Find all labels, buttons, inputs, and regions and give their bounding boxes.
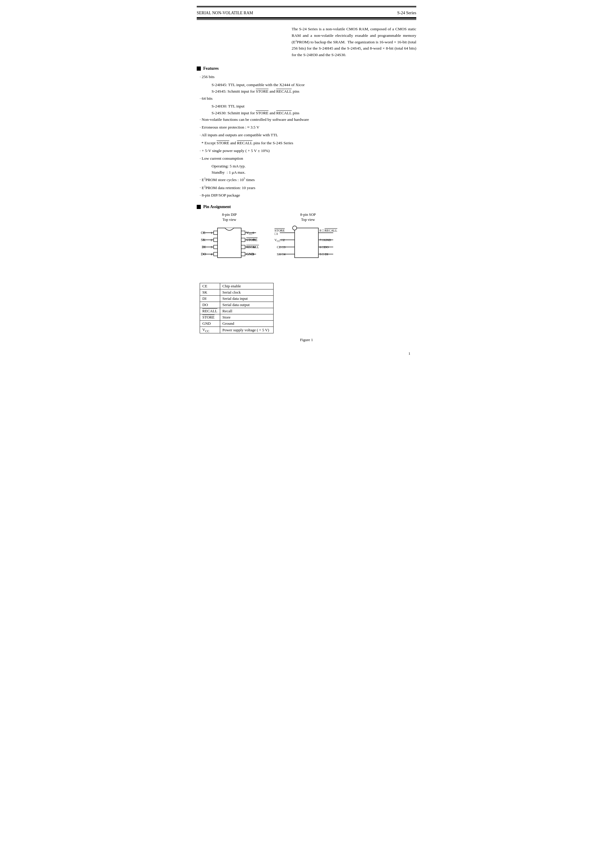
feature-e2prom-retention: E2PROM data retention: 10 years	[197, 184, 416, 191]
feature-low-current: Low current consumption	[197, 155, 416, 161]
feature-standby: Standby : 1 μA max.	[197, 169, 416, 175]
header-bottom-thin	[197, 19, 416, 20]
feature-ttl: All inputs and outputs are compatible wi…	[197, 132, 416, 138]
pin-vcc: VCC	[200, 327, 220, 333]
pin-table: CE Chip enable SK Serial clock DI Serial…	[200, 283, 274, 334]
svg-rect-14	[214, 252, 217, 256]
header-top-rule	[197, 6, 416, 7]
pin-assignment-icon	[197, 205, 201, 209]
sop-container: 8-pin SOPTop view STORE □1 VCC □2 CE □3	[274, 212, 342, 262]
feature-s24s30: S-24S30: Schmitt input for STORE and REC…	[197, 110, 416, 116]
svg-text:5 □ DI: 5 □ DI	[320, 252, 328, 256]
desc-sk: Serial clock	[220, 289, 273, 295]
feature-s24s45: S-24S45: Schmitt input for STORE and REC…	[197, 88, 416, 95]
feature-power: + 5-V single power supply ( + 5 V ± 10%)	[197, 148, 416, 154]
header-bottom-thick	[197, 17, 416, 19]
svg-rect-22	[241, 238, 245, 242]
svg-rect-18	[241, 231, 245, 234]
header-content: SERIAL NON-VOLATILE RAM S-24 Series	[197, 9, 416, 17]
desc-vcc: Power supply voltage ( + 5 V)	[220, 327, 273, 333]
table-row: DO Serial data output	[200, 302, 274, 308]
feature-erroneous: Erroneous store protection : ≈ 3.5 V	[197, 124, 416, 130]
svg-text:5: 5	[252, 252, 254, 256]
svg-text:4: 4	[211, 252, 212, 256]
dip-title: 8-pin DIPTop view	[222, 212, 237, 223]
features-label: Features	[203, 66, 219, 71]
pin-gnd: GND	[200, 320, 220, 327]
feature-e2prom-cycles: E2PROM store cycles : 105 times	[197, 177, 416, 183]
page-number: 1	[197, 351, 416, 356]
description-paragraph: The S-24 Series is a non-volatile CMOS R…	[292, 26, 416, 58]
svg-text:□1: □1	[274, 232, 278, 236]
svg-text:STORE: STORE	[246, 238, 257, 242]
pin-recall: RECALL	[200, 308, 220, 314]
feature-nonvolatile: Non-volatile functions can be controlled…	[197, 117, 416, 122]
svg-text:6 □DO: 6 □DO	[320, 245, 329, 249]
pin-assignment-label: Pin Assignment	[203, 205, 231, 209]
features-section: Features · 256 bits S-24H45: TTL input, …	[197, 66, 416, 198]
svg-rect-10	[214, 245, 217, 249]
desc-di: Serial data input	[220, 295, 273, 302]
svg-rect-2	[214, 231, 217, 234]
svg-rect-33	[295, 228, 318, 258]
svg-text:SK □4: SK □4	[277, 252, 285, 256]
dip-container: 8-pin DIPTop view CE 1 SK 2	[197, 212, 262, 262]
features-icon	[197, 67, 201, 71]
pin-sk: SK	[200, 289, 220, 295]
svg-text:RECALL: RECALL	[325, 229, 337, 232]
svg-text:CE: CE	[201, 231, 205, 235]
svg-text:8: 8	[252, 231, 254, 234]
pin-di: DI	[200, 295, 220, 302]
svg-text:6: 6	[253, 245, 255, 249]
svg-text:VCC □2: VCC □2	[274, 238, 285, 243]
table-row: SK Serial clock	[200, 289, 274, 295]
svg-rect-30	[241, 252, 245, 256]
pin-assignment-section: Pin Assignment 8-pin DIPTop view CE 1 SK	[197, 205, 416, 343]
svg-text:CE □3: CE □3	[277, 245, 285, 249]
features-heading: Features	[197, 66, 416, 71]
sop-diagram: STORE □1 VCC □2 CE □3 SK □4 8 □ RECALL 7	[274, 225, 342, 262]
svg-text:VCC: VCC	[246, 231, 252, 236]
feature-s24h45: S-24H45: TTL input, compatible with the …	[197, 82, 416, 88]
desc-ce: Chip enable	[220, 283, 273, 289]
table-row: STORE Store	[200, 314, 274, 320]
svg-text:8 □: 8 □	[320, 229, 324, 232]
svg-text:1: 1	[211, 231, 212, 234]
pin-store: STORE	[200, 314, 220, 320]
table-row: DI Serial data input	[200, 295, 274, 302]
svg-text:SK: SK	[201, 238, 206, 242]
dip-diagram: CE 1 SK 2 DI 3 DO 4	[197, 225, 262, 262]
svg-text:DO: DO	[201, 252, 206, 256]
figure-caption: Figure 1	[197, 338, 416, 342]
feature-ttl-except: * Except STORE and RECALL pins for the S…	[197, 140, 416, 146]
header-right-label: S-24 Series	[397, 11, 416, 16]
svg-text:3: 3	[211, 245, 212, 249]
pin-assignment-heading: Pin Assignment	[197, 205, 416, 209]
pin-do: DO	[200, 302, 220, 308]
table-row: CE Chip enable	[200, 283, 274, 289]
desc-store: Store	[220, 314, 273, 320]
desc-do: Serial data output	[220, 302, 273, 308]
pin-table-container: CE Chip enable SK Serial clock DI Serial…	[197, 283, 274, 334]
svg-text:DI: DI	[202, 245, 206, 249]
pin-ce: CE	[200, 283, 220, 289]
feature-operating: Operating: 5 mA typ.	[197, 163, 416, 169]
header-left-label: SERIAL NON-VOLATILE RAM	[197, 11, 253, 16]
diagrams-row: 8-pin DIPTop view CE 1 SK 2	[197, 212, 416, 334]
feature-8pin: 8-pin DIP/SOP package	[197, 192, 416, 198]
desc-recall: Recall	[220, 308, 273, 314]
svg-text:7 □GND: 7 □GND	[320, 238, 331, 242]
svg-text:7: 7	[253, 238, 255, 242]
feature-256bits: · 256 bits	[197, 74, 416, 80]
svg-rect-0	[217, 228, 241, 258]
table-row: GND Ground	[200, 320, 274, 327]
description-text: The S-24 Series is a non-volatile CMOS R…	[292, 27, 416, 57]
feature-64bits: · 64 bits	[197, 96, 416, 102]
svg-rect-26	[241, 245, 245, 249]
feature-s24h30: S-24H30: TTL input	[197, 103, 416, 109]
table-row: RECALL Recall	[200, 308, 274, 314]
sop-title: 8-pin SOPTop view	[300, 212, 316, 223]
svg-point-34	[293, 226, 297, 230]
svg-rect-6	[214, 238, 217, 242]
svg-text:2: 2	[211, 238, 212, 242]
